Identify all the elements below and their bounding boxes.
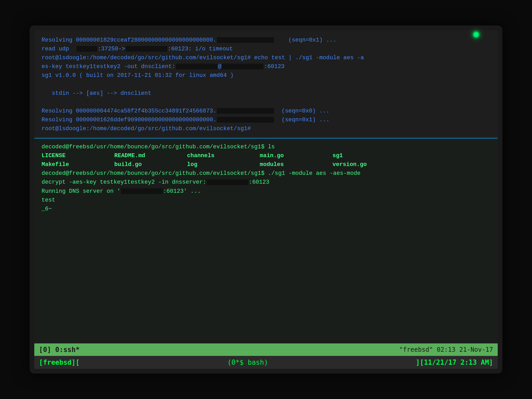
terminal-line: sg1 v1.0.0 ( built on 2017-11-21 01:32 f… <box>42 71 490 80</box>
terminal-line: root@lsdoogle:/home/decoded/go/src/githu… <box>42 124 490 133</box>
bottom-left: [freebsd][ <box>39 358 80 366</box>
bottom-center: (0*$ bash) <box>80 358 416 366</box>
terminal-line: es-key testkey1testkey2 -out dnsclient:@… <box>42 62 490 71</box>
pane-top: Resolving 00000001829cceaf28000000000000… <box>34 30 498 138</box>
terminal-line <box>42 98 490 107</box>
terminal-line: Makefilebuild.gologmodulesversion.go <box>42 160 490 169</box>
terminal-line: stdin --> [aes] --> dnsclient <box>42 89 490 98</box>
terminal-line: Running DNS server on ':60123' ... <box>42 187 490 196</box>
screen: Resolving 00000001829cceaf28000000000000… <box>34 30 498 369</box>
terminal-line: decoded@freebsd/usr/home/bounce/go/src/g… <box>42 143 490 151</box>
monitor: Resolving 00000001829cceaf28000000000000… <box>30 25 502 374</box>
terminal-line: LICENSEREADME.mdchannelsmain.gosg1 <box>42 151 490 160</box>
terminal-line: _6~ <box>42 205 490 214</box>
terminal-line: root@lsdoogle:/home/decoded/go/src/githu… <box>42 54 490 62</box>
terminal: Resolving 00000001829cceaf28000000000000… <box>34 30 498 369</box>
terminal-line: test <box>42 196 490 205</box>
terminal-line: Resolving 00000001829cceaf28000000000000… <box>42 36 490 45</box>
led-indicator <box>473 32 479 37</box>
terminal-line: read udp :37250->:60123: i/o timeout <box>42 45 490 54</box>
pane-bottom: decoded@freebsd/usr/home/bounce/go/src/g… <box>34 138 498 343</box>
status-bar: [0] 0:ssh* "freebsd" 02:13 21-Nov-17 <box>34 343 498 356</box>
status-left: [0] 0:ssh* <box>39 346 80 354</box>
terminal-line: decrypt -aes-key testkey1testkey2 -in dn… <box>42 178 490 187</box>
terminal-line <box>42 80 490 89</box>
status-right: "freebsd" 02:13 21-Nov-17 <box>399 346 493 353</box>
terminal-line: Resolving 000000004474ca58f2f4b355cc3489… <box>42 107 490 116</box>
terminal-line: decoded@freebsd/usr/home/bounce/go/src/g… <box>42 169 490 178</box>
bottom-bar: [freebsd][ (0*$ bash) ][11/21/17 2:13 AM… <box>34 356 498 369</box>
terminal-line: Resolving 00000001626ddef909000000000000… <box>42 116 490 124</box>
bottom-right: ][11/21/17 2:13 AM] <box>416 358 493 366</box>
